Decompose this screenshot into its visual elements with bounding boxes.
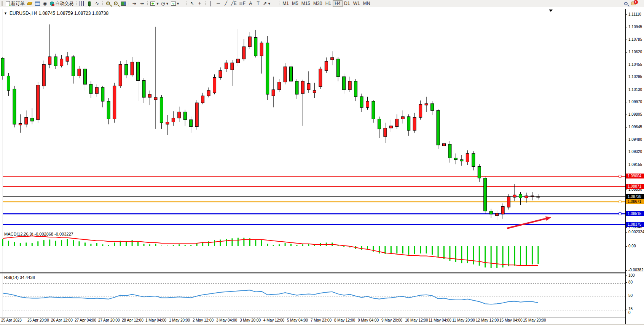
candle-body[interactable]	[148, 94, 151, 97]
candle-body[interactable]	[195, 103, 198, 127]
candle-body[interactable]	[407, 116, 410, 130]
candle-body[interactable]	[278, 82, 281, 90]
candle-body[interactable]	[448, 144, 451, 158]
candle-body[interactable]	[60, 59, 63, 66]
candle-body[interactable]	[378, 119, 381, 129]
candle-body[interactable]	[343, 76, 346, 89]
candle-body[interactable]	[325, 61, 328, 70]
candle-body[interactable]	[266, 43, 269, 94]
candle-body[interactable]	[7, 76, 10, 90]
candle-body[interactable]	[101, 88, 104, 101]
candle-body[interactable]	[507, 196, 510, 207]
candle-body[interactable]	[313, 91, 316, 93]
candle-body[interactable]	[172, 118, 175, 122]
candle-body[interactable]	[437, 110, 440, 145]
candle-body[interactable]	[537, 197, 540, 198]
candle-body[interactable]	[72, 57, 75, 76]
candle-body[interactable]	[413, 117, 416, 130]
scroll-end-marker[interactable]	[549, 10, 553, 12]
candle-body[interactable]	[201, 96, 204, 103]
line-handle[interactable]	[619, 201, 621, 203]
candle-body[interactable]	[225, 63, 228, 69]
candle-body[interactable]	[254, 38, 257, 56]
candle-body[interactable]	[348, 81, 351, 90]
candle-body[interactable]	[231, 63, 234, 70]
candle-body[interactable]	[154, 97, 157, 100]
candle-body[interactable]	[131, 62, 134, 75]
candle-body[interactable]	[513, 195, 516, 197]
candle-body[interactable]	[166, 122, 169, 124]
candle-body[interactable]	[531, 196, 534, 196]
chart-canvas[interactable]	[0, 0, 644, 325]
candle-body[interactable]	[460, 159, 463, 161]
candle-body[interactable]	[419, 104, 422, 117]
candle-body[interactable]	[37, 85, 40, 120]
annotation-arrow[interactable]	[507, 218, 546, 228]
candle-body[interactable]	[95, 88, 98, 94]
candle-body[interactable]	[472, 153, 475, 166]
candle-body[interactable]	[454, 158, 457, 159]
candle-body[interactable]	[178, 112, 181, 118]
candle-body[interactable]	[484, 178, 487, 211]
candle-body[interactable]	[42, 64, 45, 86]
candle-body[interactable]	[1, 58, 4, 76]
candle-body[interactable]	[443, 143, 446, 146]
candle-body[interactable]	[137, 62, 140, 80]
candle-body[interactable]	[389, 126, 392, 128]
candle-body[interactable]	[525, 196, 528, 198]
candle-body[interactable]	[78, 69, 81, 76]
candle-body[interactable]	[66, 57, 69, 61]
candle-body[interactable]	[183, 112, 187, 119]
candle-body[interactable]	[83, 69, 86, 84]
rsi-line[interactable]	[3, 290, 538, 304]
candle-body[interactable]	[213, 77, 216, 92]
candle-body[interactable]	[219, 70, 222, 77]
candle-body[interactable]	[30, 118, 33, 121]
candle-body[interactable]	[395, 119, 399, 126]
candle-body[interactable]	[295, 81, 298, 94]
candle-body[interactable]	[48, 57, 51, 64]
candle-body[interactable]	[366, 101, 369, 107]
candle-body[interactable]	[19, 124, 22, 125]
candle-body[interactable]	[142, 81, 145, 97]
line-handle[interactable]	[619, 175, 621, 177]
candle-body[interactable]	[354, 81, 357, 97]
candle-body[interactable]	[260, 43, 263, 56]
candle-body[interactable]	[301, 81, 304, 94]
candle-body[interactable]	[336, 59, 340, 76]
annotation-arrow-head[interactable]	[545, 217, 551, 221]
candle-body[interactable]	[496, 213, 499, 216]
candle-body[interactable]	[372, 101, 375, 119]
candle-body[interactable]	[119, 64, 122, 86]
candle-body[interactable]	[384, 128, 387, 137]
candle-body[interactable]	[107, 101, 110, 119]
candle-body[interactable]	[489, 211, 493, 214]
candle-body[interactable]	[284, 67, 287, 82]
candle-body[interactable]	[401, 116, 404, 119]
candle-body[interactable]	[431, 104, 434, 110]
candle-body[interactable]	[290, 67, 293, 81]
candle-body[interactable]	[331, 57, 334, 60]
candle-body[interactable]	[501, 207, 504, 214]
candle-body[interactable]	[207, 91, 210, 96]
candle-body[interactable]	[307, 84, 310, 90]
macd-signal-line[interactable]	[3, 236, 538, 266]
candle-body[interactable]	[125, 64, 128, 75]
candle-body[interactable]	[319, 69, 322, 86]
candle-body[interactable]	[236, 59, 239, 63]
candle-body[interactable]	[89, 84, 92, 94]
line-handle[interactable]	[619, 213, 621, 215]
candle-body[interactable]	[242, 47, 245, 59]
candle-body[interactable]	[272, 90, 275, 96]
candle-body[interactable]	[425, 104, 428, 105]
candle-body[interactable]	[25, 117, 28, 124]
candle-body[interactable]	[360, 97, 363, 107]
candle-body[interactable]	[248, 37, 251, 47]
candle-body[interactable]	[190, 119, 193, 126]
candle-body[interactable]	[466, 153, 469, 162]
candle-body[interactable]	[13, 89, 16, 124]
candle-body[interactable]	[478, 167, 481, 178]
candle-body[interactable]	[113, 86, 116, 119]
candle-body[interactable]	[54, 57, 57, 66]
candle-body[interactable]	[160, 97, 163, 123]
